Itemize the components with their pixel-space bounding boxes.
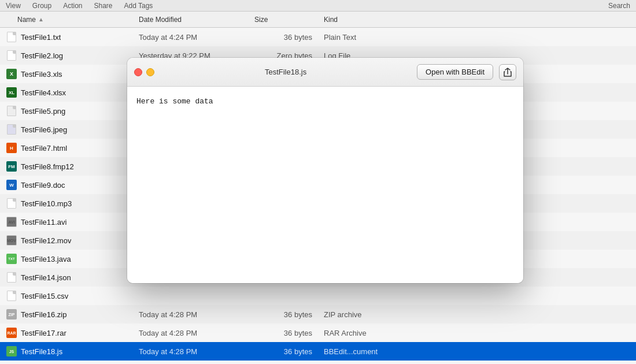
toolbar-action[interactable]: Action <box>63 2 82 10</box>
sort-arrow-icon: ▲ <box>38 16 44 23</box>
file-icon-js: JS <box>6 346 17 357</box>
file-name: TestFile18.js <box>21 347 62 356</box>
file-name: TestFile15.csv <box>21 292 68 300</box>
file-icon-csv <box>6 290 17 302</box>
file-date: Today at 4:28 PM <box>133 347 249 356</box>
file-size: 36 bytes <box>249 329 318 337</box>
toolbar-view[interactable]: View <box>6 2 21 10</box>
col-header-size[interactable]: Size <box>249 16 318 24</box>
file-icon-zip: ZIP <box>6 309 17 320</box>
file-icon-log <box>6 50 17 61</box>
list-item[interactable]: JS TestFile18.js Today at 4:28 PM 36 byt… <box>0 342 636 361</box>
file-name: TestFile16.zip <box>21 310 66 319</box>
toolbar-search[interactable]: Search <box>608 2 630 10</box>
file-icon-fmp12: FM <box>6 161 17 172</box>
file-date: Today at 4:28 PM <box>133 329 249 337</box>
finder-window: View Group Action Share Add Tags Search … <box>0 0 636 364</box>
file-name: TestFile12.mov <box>21 236 71 245</box>
share-icon <box>504 68 512 77</box>
col-header-date[interactable]: Date Modified <box>133 16 249 24</box>
file-name: TestFile14.json <box>21 273 71 282</box>
file-name: TestFile8.fmp12 <box>21 162 74 171</box>
quicklook-filename: TestFile18.js <box>160 68 411 76</box>
file-icon-html: H <box>6 142 17 154</box>
close-button[interactable]: ✕ <box>134 68 142 76</box>
file-icon-doc: W <box>6 179 17 191</box>
file-name: TestFile1.txt <box>21 33 61 42</box>
file-icon-java: TXT <box>6 253 17 265</box>
file-icon-xls: X <box>6 68 17 80</box>
file-icon-xlsx: XL <box>6 87 17 98</box>
file-name: TestFile6.jpeg <box>21 125 67 134</box>
share-button[interactable] <box>499 64 516 80</box>
toolbar-share[interactable]: Share <box>94 2 113 10</box>
file-icon-rar: RAR <box>6 327 17 339</box>
file-icon-txt <box>6 31 17 43</box>
file-icon-jpeg <box>6 124 17 135</box>
file-date: Today at 4:24 PM <box>133 33 249 42</box>
file-date: Today at 4:28 PM <box>133 310 249 319</box>
file-icon-mov: MOV <box>6 235 17 246</box>
col-header-kind[interactable]: Kind <box>318 16 434 24</box>
file-icon-json <box>6 272 17 283</box>
file-icon-avi: AVI <box>6 216 17 228</box>
file-name: TestFile9.doc <box>21 181 65 190</box>
col-header-name[interactable]: Name ▲ <box>0 16 133 24</box>
file-kind: ZIP archive <box>318 310 434 319</box>
file-kind: BBEdit...cument <box>318 347 434 356</box>
file-size: 36 bytes <box>249 347 318 356</box>
list-item[interactable]: TestFile1.txt Today at 4:24 PM 36 bytes … <box>0 28 636 46</box>
file-name: TestFile17.rar <box>21 329 66 337</box>
file-name: TestFile4.xlsx <box>21 88 66 97</box>
file-name: TestFile2.log <box>21 51 63 60</box>
list-item[interactable]: RAR TestFile17.rar Today at 4:28 PM 36 b… <box>0 324 636 342</box>
file-size: 36 bytes <box>249 310 318 319</box>
file-size: 36 bytes <box>249 33 318 42</box>
quicklook-popup: ✕ − TestFile18.js Open with BBEdit Here … <box>127 58 523 283</box>
toolbar-group[interactable]: Group <box>32 2 51 10</box>
file-name: TestFile5.png <box>21 107 65 116</box>
file-icon-png <box>6 105 17 117</box>
open-with-bbedit-button[interactable]: Open with BBEdit <box>417 64 493 80</box>
quicklook-content: Here is some data <box>127 87 523 283</box>
file-icon-mp3 <box>6 198 17 209</box>
column-headers: Name ▲ Date Modified Size Kind <box>0 12 636 28</box>
finder-toolbar: View Group Action Share Add Tags Search <box>0 0 636 12</box>
list-item[interactable]: ZIP TestFile16.zip Today at 4:28 PM 36 b… <box>0 305 636 324</box>
list-item[interactable]: TestFile15.csv <box>0 287 636 305</box>
file-kind: RAR Archive <box>318 329 434 337</box>
minimize-button[interactable]: − <box>146 68 154 76</box>
file-name: TestFile7.html <box>21 144 67 153</box>
toolbar-add-tags[interactable]: Add Tags <box>124 2 153 10</box>
file-name: TestFile11.avi <box>21 218 66 226</box>
traffic-lights: ✕ − <box>134 68 154 76</box>
file-name: TestFile10.mp3 <box>21 199 72 208</box>
file-name: TestFile13.java <box>21 255 71 263</box>
file-name: TestFile3.xls <box>21 70 62 79</box>
quicklook-titlebar: ✕ − TestFile18.js Open with BBEdit <box>127 58 523 87</box>
file-kind: Plain Text <box>318 33 434 42</box>
